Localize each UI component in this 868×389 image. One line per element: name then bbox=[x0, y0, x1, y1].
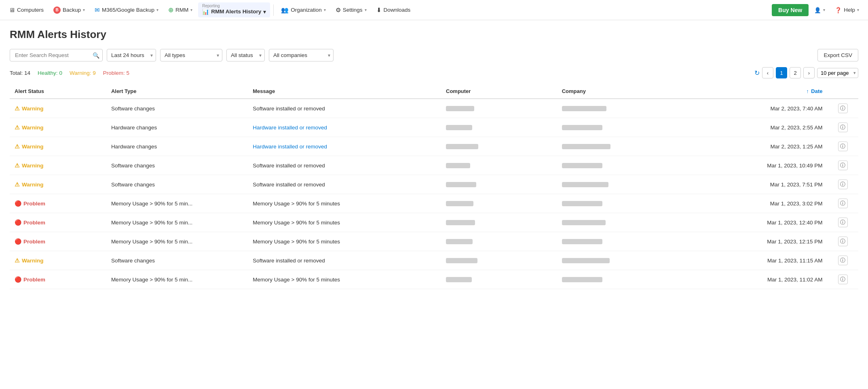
summary-healthy: Healthy: 0 bbox=[38, 70, 62, 76]
info-button[interactable]: ⓘ bbox=[838, 199, 848, 208]
cell-status[interactable]: ⚠ Warning bbox=[10, 156, 106, 175]
status-label: Warning bbox=[22, 258, 44, 264]
page-2-button[interactable]: 2 bbox=[790, 67, 801, 78]
nav-settings[interactable]: ⚙ Settings ▾ bbox=[332, 4, 371, 16]
prev-page-button[interactable]: ‹ bbox=[762, 67, 773, 78]
sort-arrow-icon: ↑ bbox=[806, 88, 809, 94]
nav-help[interactable]: ❓ Help ▾ bbox=[831, 4, 863, 16]
cell-status[interactable]: ⚠ Warning bbox=[10, 118, 106, 137]
info-button[interactable]: ⓘ bbox=[838, 104, 848, 113]
cell-status[interactable]: ⚠ Warning bbox=[10, 251, 106, 270]
cell-computer bbox=[441, 118, 557, 137]
nav-settings-label: Settings bbox=[343, 7, 363, 13]
problem-label: Problem: bbox=[103, 70, 125, 76]
next-page-button[interactable]: › bbox=[803, 67, 815, 78]
company-filter-wrapper: All companies bbox=[269, 49, 334, 61]
table-row: 🔴 Problem Memory Usage > 90% for 5 min..… bbox=[10, 232, 858, 251]
search-input[interactable] bbox=[10, 49, 103, 61]
alerts-table: Alert Status Alert Type Message Computer… bbox=[10, 84, 858, 289]
cell-computer bbox=[441, 232, 557, 251]
computer-value-blurred bbox=[446, 163, 470, 168]
cell-computer bbox=[441, 194, 557, 213]
cell-message: Software installed or removed bbox=[248, 175, 441, 194]
status-label: Warning bbox=[22, 163, 44, 169]
status-badge: ⚠ Warning bbox=[15, 181, 101, 188]
cell-message: Memory Usage > 90% for 5 minutes bbox=[248, 270, 441, 289]
search-wrapper: 🔍 bbox=[10, 49, 103, 61]
buy-new-button[interactable]: Buy New bbox=[772, 4, 809, 16]
per-page-select[interactable]: 10 per page 25 per page 50 per page bbox=[817, 68, 858, 78]
col-header-company: Company bbox=[557, 84, 699, 99]
info-button[interactable]: ⓘ bbox=[838, 123, 848, 132]
message-link[interactable]: Hardware installed or removed bbox=[253, 144, 327, 150]
computer-value-blurred bbox=[446, 106, 474, 111]
nav-rmm[interactable]: ⊕ RMM ▾ bbox=[164, 4, 196, 16]
company-filter-select[interactable]: All companies bbox=[269, 49, 334, 61]
export-csv-button[interactable]: Export CSV bbox=[817, 49, 858, 61]
page-content: RMM Alerts History 🔍 Last 24 hoursLast 7… bbox=[0, 20, 868, 297]
computer-value-blurred bbox=[446, 277, 472, 282]
status-badge: ⚠ Warning bbox=[15, 105, 101, 112]
info-button[interactable]: ⓘ bbox=[838, 237, 848, 246]
computer-value-blurred bbox=[446, 144, 478, 149]
status-filter-select[interactable]: All statusWarningProblemHealthy bbox=[226, 49, 265, 61]
cell-date: Mar 1, 2023, 3:02 PM bbox=[699, 194, 828, 213]
info-button[interactable]: ⓘ bbox=[838, 218, 848, 227]
m365-icon: ✉ bbox=[95, 6, 100, 14]
cell-computer bbox=[441, 175, 557, 194]
cell-action: ⓘ bbox=[828, 270, 858, 289]
cell-action: ⓘ bbox=[828, 251, 858, 270]
nav-user[interactable]: 👤 ▾ bbox=[810, 4, 829, 16]
refresh-button[interactable]: ↻ bbox=[754, 69, 760, 77]
table-row: ⚠ Warning Software changesSoftware insta… bbox=[10, 175, 858, 194]
nav-organization[interactable]: 👥 Organization ▾ bbox=[277, 4, 330, 16]
nav-m365[interactable]: ✉ M365/Google Backup ▾ bbox=[91, 4, 163, 16]
search-button[interactable]: 🔍 bbox=[93, 52, 99, 59]
cell-computer bbox=[441, 213, 557, 232]
nav-downloads[interactable]: ⬇ Downloads bbox=[372, 4, 415, 16]
table-row: 🔴 Problem Memory Usage > 90% for 5 min..… bbox=[10, 194, 858, 213]
info-button[interactable]: ⓘ bbox=[838, 256, 848, 265]
time-filter-wrapper: Last 24 hoursLast 7 daysLast 30 daysCust… bbox=[107, 49, 156, 61]
cell-status[interactable]: ⚠ Warning bbox=[10, 175, 106, 194]
cell-message[interactable]: Hardware installed or removed bbox=[248, 118, 441, 137]
page-1-button[interactable]: 1 bbox=[776, 67, 787, 78]
info-button[interactable]: ⓘ bbox=[838, 275, 848, 284]
col-header-date[interactable]: ↑ Date bbox=[699, 84, 828, 99]
cell-date: Mar 1, 2023, 12:40 PM bbox=[699, 213, 828, 232]
col-header-type: Alert Type bbox=[106, 84, 248, 99]
col-header-action bbox=[828, 84, 858, 99]
cell-date: Mar 1, 2023, 7:51 PM bbox=[699, 175, 828, 194]
table-row: ⚠ Warning Hardware changesHardware insta… bbox=[10, 118, 858, 137]
warning-triangle-icon: ⚠ bbox=[15, 124, 20, 131]
cell-type: Software changes bbox=[106, 251, 248, 270]
cell-status[interactable]: 🔴 Problem bbox=[10, 270, 106, 289]
nav-backup[interactable]: B Backup ▾ bbox=[49, 4, 89, 16]
info-button[interactable]: ⓘ bbox=[838, 161, 848, 170]
warning-label: Warning: bbox=[70, 70, 91, 76]
warning-triangle-icon: ⚠ bbox=[15, 181, 20, 188]
table-row: ⚠ Warning Hardware changesHardware insta… bbox=[10, 137, 858, 156]
time-filter-select[interactable]: Last 24 hoursLast 7 daysLast 30 daysCust… bbox=[107, 49, 156, 61]
total-label: Total: bbox=[10, 70, 23, 76]
cell-status[interactable]: 🔴 Problem bbox=[10, 194, 106, 213]
nav-reporting-active[interactable]: Reporting 📊 RMM Alerts History ▾ bbox=[198, 2, 270, 17]
info-button[interactable]: ⓘ bbox=[838, 180, 848, 189]
problem-circle-icon: 🔴 bbox=[15, 238, 21, 245]
help-caret-icon: ▾ bbox=[857, 8, 859, 12]
message-link[interactable]: Hardware installed or removed bbox=[253, 125, 327, 131]
cell-status[interactable]: 🔴 Problem bbox=[10, 213, 106, 232]
cell-status[interactable]: ⚠ Warning bbox=[10, 137, 106, 156]
info-button[interactable]: ⓘ bbox=[838, 142, 848, 151]
downloads-icon: ⬇ bbox=[376, 6, 382, 14]
type-filter-select[interactable]: All typesSoftware changesHardware change… bbox=[160, 49, 222, 61]
cell-status[interactable]: ⚠ Warning bbox=[10, 99, 106, 118]
settings-icon: ⚙ bbox=[336, 6, 341, 14]
status-label: Problem bbox=[23, 220, 45, 226]
nav-rmm-label: RMM bbox=[175, 7, 188, 13]
status-label: Warning bbox=[22, 182, 44, 188]
cell-status[interactable]: 🔴 Problem bbox=[10, 232, 106, 251]
computer-value-blurred bbox=[446, 220, 475, 225]
cell-message[interactable]: Hardware installed or removed bbox=[248, 137, 441, 156]
nav-computers[interactable]: 🖥 Computers bbox=[5, 4, 48, 16]
